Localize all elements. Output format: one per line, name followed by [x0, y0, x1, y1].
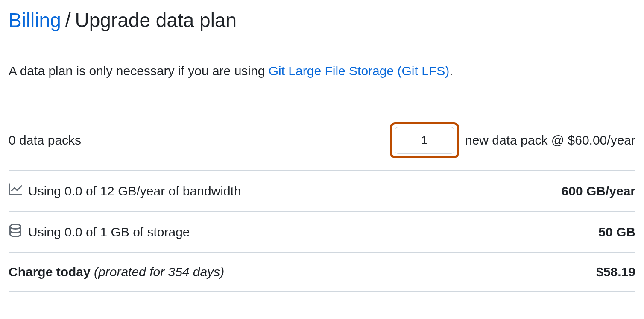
description-prefix: A data plan is only necessary if you are…	[9, 64, 269, 78]
packs-suffix-label: new data pack @ $60.00/year	[465, 133, 635, 148]
charge-row: Charge today (prorated for 354 days) $58…	[9, 253, 635, 292]
description-suffix: .	[449, 64, 453, 78]
bandwidth-row: Using 0.0 of 12 GB/year of bandwidth 600…	[9, 171, 635, 212]
charge-value: $58.19	[596, 265, 635, 279]
data-packs-input[interactable]	[395, 127, 454, 154]
charge-label: Charge today	[9, 265, 91, 279]
git-lfs-link[interactable]: Git Large File Storage (Git LFS)	[269, 64, 450, 78]
data-packs-row: 0 data packs new data pack @ $60.00/year	[9, 110, 635, 171]
bandwidth-usage-label: Using 0.0 of 12 GB/year of bandwidth	[28, 184, 241, 198]
current-packs-label: 0 data packs	[9, 133, 81, 148]
page-header: Billing / Upgrade data plan	[9, 9, 635, 44]
storage-value: 50 GB	[598, 225, 635, 239]
description-text: A data plan is only necessary if you are…	[9, 61, 635, 80]
breadcrumb-separator: /	[65, 9, 71, 32]
bandwidth-value: 600 GB/year	[562, 184, 635, 198]
input-highlight-box	[390, 122, 459, 158]
database-icon	[9, 224, 22, 240]
storage-row: Using 0.0 of 1 GB of storage 50 GB	[9, 212, 635, 253]
page-title: Upgrade data plan	[75, 9, 237, 32]
charge-note: (prorated for 354 days)	[94, 265, 224, 279]
storage-usage-label: Using 0.0 of 1 GB of storage	[28, 225, 190, 239]
billing-link[interactable]: Billing	[9, 9, 61, 32]
graph-icon	[9, 183, 22, 199]
